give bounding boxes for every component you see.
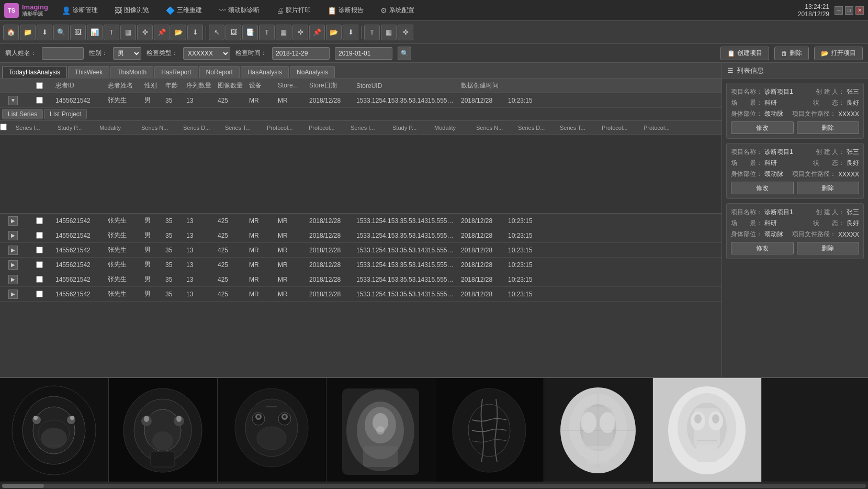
expand-btn-0[interactable]: ▶ (8, 216, 18, 226)
mri-thumb-1[interactable] (0, 378, 109, 482)
tool-home[interactable]: 🏠 (3, 25, 19, 40)
close-button[interactable]: ✕ (855, 6, 864, 15)
card-delete-btn-2[interactable]: 删除 (797, 182, 860, 194)
tool-grid[interactable]: ▦ (120, 25, 136, 40)
tool-search[interactable]: 🔍 (53, 25, 69, 40)
tab-no-analysis[interactable]: NoAnalysis (290, 66, 335, 78)
row-checkbox-extra-3[interactable] (36, 261, 43, 268)
patient-name-input[interactable] (42, 47, 84, 60)
expand-btn-2[interactable]: ▶ (8, 246, 18, 255)
search-button[interactable]: 🔍 (398, 47, 411, 60)
tool-image[interactable]: 🖼 (70, 25, 86, 40)
row-checkbox-extra-1[interactable] (36, 232, 43, 239)
tool-grid3[interactable]: ▦ (381, 25, 397, 40)
expand-btn-5[interactable]: ▶ (8, 290, 18, 299)
proj-name-label-2: 项目名称： (731, 148, 762, 157)
mri-thumb-4[interactable] (326, 378, 435, 482)
tab-has-analysis[interactable]: HasAnalysis (241, 66, 289, 78)
tab-today-has-analysis[interactable]: TodayHasAnalysis (2, 66, 67, 78)
nav-film-print[interactable]: 🖨 胶片打印 (273, 4, 314, 17)
sub-col-series-n2: Series N... (474, 125, 516, 131)
tool-grid2[interactable]: ▦ (276, 25, 291, 40)
time-text: 13:24:21 (798, 3, 829, 10)
tool-cross3[interactable]: ✜ (398, 25, 413, 40)
tab-has-report[interactable]: HasReport (154, 66, 198, 78)
gender-select[interactable]: 男 女 全部 (113, 47, 141, 60)
tool-folder[interactable]: 📁 (20, 25, 36, 40)
card-edit-btn-3[interactable]: 修改 (731, 242, 794, 254)
tool-chart[interactable]: 📊 (87, 25, 103, 40)
tool-pin2[interactable]: 📌 (309, 25, 325, 40)
open-project-button[interactable]: 📂 打开项目 (814, 47, 863, 60)
tool-download3[interactable]: ⬇ (343, 25, 358, 40)
tab-this-week[interactable]: ThisWeek (68, 66, 109, 78)
nav-3d-recon[interactable]: 🔷 三维重建 (163, 4, 205, 17)
nav-image-browse[interactable]: 🖼 图像浏览 (111, 4, 152, 17)
card-edit-btn-2[interactable]: 修改 (731, 182, 794, 194)
create-project-button[interactable]: 📋 创建项目 (720, 47, 769, 60)
tool-pin[interactable]: 📌 (154, 25, 170, 40)
tool-folder3[interactable]: 📂 (326, 25, 342, 40)
mri-thumb-2[interactable] (109, 378, 218, 482)
extra-row-4[interactable]: ▶ 1455621542 张先生 男 35 13 425 MR MR 2018/… (0, 272, 722, 287)
delete-button[interactable]: 🗑 删除 (774, 47, 809, 60)
expand-btn-4[interactable]: ▶ (8, 275, 18, 284)
card-delete-btn-1[interactable]: 删除 (797, 121, 860, 134)
tool-cross2[interactable]: ✜ (292, 25, 308, 40)
tool-download[interactable]: ⬇ (37, 25, 52, 40)
minimize-button[interactable]: ─ (835, 6, 843, 15)
tool-download2[interactable]: ⬇ (187, 25, 203, 40)
tab-this-month[interactable]: ThisMonth (110, 66, 153, 78)
nav-carotid[interactable]: 〰 颈动脉诊断 (216, 4, 263, 17)
mri-svg-3 (218, 378, 326, 482)
date-from-input[interactable] (272, 47, 330, 60)
main-data-row[interactable]: ▼ 1455621542 张先生 男 35 13 425 MR MR 2018/… (0, 93, 722, 108)
card-btn-row-2: 修改 删除 (731, 182, 859, 194)
scroll-track[interactable] (2, 484, 866, 488)
expand-btn-3[interactable]: ▶ (8, 260, 18, 270)
extra-row-1[interactable]: ▶ 1455621542 张先生 男 35 13 425 MR MR 2018/… (0, 228, 722, 243)
nav-settings[interactable]: ⚙ 系统配置 (377, 4, 418, 17)
age-0: 35 (162, 97, 183, 104)
tab-no-report[interactable]: NoReport (199, 66, 240, 78)
nav-diagnosis-mgmt[interactable]: 👤 诊断管理 (59, 4, 101, 17)
card-edit-btn-1[interactable]: 修改 (731, 121, 794, 134)
mri-thumb-3[interactable] (218, 378, 326, 482)
sub-select-all[interactable] (0, 124, 7, 130)
tool-image2[interactable]: 🖼 (226, 25, 241, 40)
extra-row-0[interactable]: ▶ 1455621542 张先生 男 35 13 425 MR MR 2018/… (0, 214, 722, 228)
row-checkbox-extra-4[interactable] (36, 276, 43, 283)
sub-tab-project[interactable]: LIst Project (44, 109, 87, 119)
nav-report[interactable]: 📋 诊断报告 (324, 4, 367, 17)
col-header-images: 图像数量 (215, 81, 246, 90)
sub-tab-series[interactable]: List Series (2, 109, 43, 119)
expand-btn-1[interactable]: ▶ (8, 231, 18, 240)
tool-doc[interactable]: 📑 (242, 25, 258, 40)
tool-text2[interactable]: T (259, 25, 275, 40)
tool-text3[interactable]: T (364, 25, 380, 40)
tool-text1[interactable]: T (104, 25, 119, 40)
mri-thumb-7[interactable] (653, 378, 762, 482)
card-delete-btn-3[interactable]: 删除 (797, 242, 860, 254)
row-checkbox-extra-0[interactable] (36, 217, 43, 224)
exam-type-select[interactable]: XXXXXX (183, 47, 230, 60)
date-to-input[interactable] (335, 47, 392, 60)
row-checkbox-extra-2[interactable] (36, 247, 43, 253)
scroll-thumb[interactable] (2, 484, 44, 488)
select-all-checkbox[interactable] (36, 82, 43, 89)
extra-row-5[interactable]: ▶ 1455621542 张先生 男 35 13 425 MR MR 2018/… (0, 287, 722, 302)
row-checkbox-extra-5[interactable] (36, 291, 43, 297)
tool-folder2[interactable]: 📂 (171, 25, 186, 40)
images-0: 425 (215, 97, 246, 104)
maximize-button[interactable]: □ (845, 6, 853, 15)
body-val-3: 颈动脉 (764, 230, 783, 239)
mri-thumb-6[interactable] (544, 378, 653, 482)
extra-row-2[interactable]: ▶ 1455621542 张先生 男 35 13 425 MR MR 2018/… (0, 243, 722, 258)
extra-row-3[interactable]: ▶ 1455621542 张先生 男 35 13 425 MR MR 2018/… (0, 258, 722, 272)
row-expand-btn[interactable]: ▼ (8, 96, 18, 105)
patient-name-0: 张先生 (105, 96, 141, 105)
mri-thumb-5[interactable] (435, 378, 544, 482)
tool-arrow[interactable]: ↖ (209, 25, 224, 40)
tool-cross[interactable]: ✜ (137, 25, 153, 40)
row-checkbox-0[interactable] (36, 97, 43, 104)
